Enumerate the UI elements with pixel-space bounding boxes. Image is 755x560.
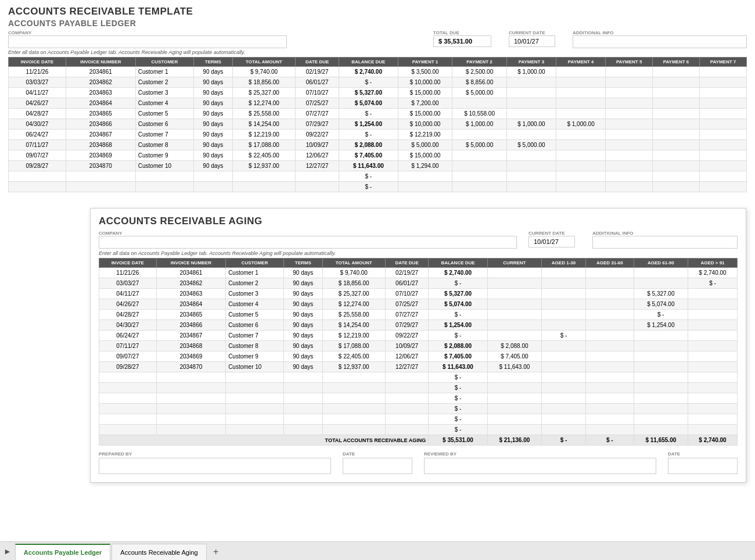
ap-cell — [606, 182, 653, 192]
ap-cell — [606, 109, 653, 119]
ap-cell: 90 days — [194, 130, 233, 140]
ar-table-row: 09/07/272034869Customer 990 days$ 22,405… — [99, 351, 738, 362]
ap-cell: $ 1,000.00 — [556, 119, 606, 130]
ap-cell — [700, 140, 747, 150]
ar-cell: 90 days — [284, 351, 322, 362]
ap-cell: $ 9,740.00 — [232, 67, 296, 77]
ar-cell — [156, 404, 226, 414]
ar-table-row: 04/11/272034863Customer 390 days$ 25,327… — [99, 289, 738, 299]
ar-cell: 90 days — [284, 299, 322, 310]
ap-cell: 90 days — [194, 98, 233, 109]
ar-cell — [322, 383, 385, 393]
ar-cell: 07/11/27 — [99, 341, 157, 351]
ap-cell: $ 3,500.00 — [398, 67, 452, 77]
ar-total-cell: $ 2,740.00 — [688, 435, 738, 446]
ap-cell — [700, 98, 747, 109]
ap-cell — [452, 130, 507, 140]
date-input-reviewed[interactable] — [668, 458, 738, 474]
ap-cell: $ 10,558.00 — [452, 109, 507, 119]
reviewed-by-input[interactable] — [424, 458, 656, 474]
ap-cell — [556, 109, 606, 119]
ar-cell — [634, 393, 688, 404]
current-date-label: CURRENT DATE — [509, 30, 555, 35]
ar-cell: 2034868 — [156, 341, 226, 351]
ar-cell: 2034865 — [156, 310, 226, 320]
ap-cell: $ 5,000.00 — [452, 88, 507, 98]
ap-cell: 2034870 — [66, 161, 135, 171]
ar-col-customer: CUSTOMER — [226, 259, 284, 268]
ap-cell: $ 11,643.00 — [339, 161, 398, 171]
ap-cell: 03/03/27 — [9, 77, 66, 88]
main-content: ACCOUNTS RECEIVABLE TEMPLATE ACCOUNTS PA… — [0, 0, 755, 541]
ap-cell — [606, 171, 653, 182]
ar-cell: 07/10/27 — [385, 289, 428, 299]
ar-cell: Customer 7 — [226, 331, 284, 341]
ar-cell: $ 2,740.00 — [429, 268, 487, 278]
ar-cell: $ - — [429, 278, 487, 289]
ar-cell — [156, 414, 226, 425]
ar-cell — [542, 414, 586, 425]
tab-accounts-receivable-aging[interactable]: Accounts Receivable Aging — [112, 544, 206, 560]
ap-cell: $ 1,000.00 — [452, 119, 507, 130]
ar-table-row: $ - — [99, 372, 738, 383]
ar-cell: 2034862 — [156, 278, 226, 289]
ap-cell: 90 days — [194, 119, 233, 130]
ap-cell: $ 12,219.00 — [232, 130, 296, 140]
ar-cell: $ 14,254.00 — [322, 320, 385, 331]
ar-cell: $ - — [429, 425, 487, 435]
ap-cell — [606, 130, 653, 140]
ap-cell — [506, 182, 556, 192]
ap-cell: 07/27/27 — [296, 109, 339, 119]
ar-cell: Customer 3 — [226, 289, 284, 299]
ar-cell — [487, 404, 541, 414]
ap-cell — [452, 182, 507, 192]
ar-cell — [586, 404, 634, 414]
ap-cell — [452, 150, 507, 161]
ap-cell — [452, 171, 507, 182]
ap-cell — [398, 171, 452, 182]
ap-cell: $ 1,000.00 — [506, 67, 556, 77]
ap-cell — [556, 171, 606, 182]
ar-additional-info-value — [592, 236, 738, 249]
ap-cell: $ - — [339, 171, 398, 182]
ar-cell — [542, 393, 586, 404]
ap-cell: 06/01/27 — [296, 77, 339, 88]
ar-company-label: COMPANY — [99, 231, 517, 236]
date-input-prepared[interactable] — [343, 458, 412, 474]
ar-cell: $ 12,274.00 — [322, 299, 385, 310]
ar-cell — [226, 425, 284, 435]
ap-table-row: 03/03/272034862Customer 290 days$ 18,856… — [9, 77, 747, 88]
ap-cell: 04/28/27 — [9, 109, 66, 119]
ar-cell: $ - — [429, 414, 487, 425]
ap-cell — [9, 182, 66, 192]
ap-cell — [135, 171, 193, 182]
ar-cell: 07/25/27 — [385, 299, 428, 310]
ar-cell — [226, 404, 284, 414]
ar-cell — [542, 362, 586, 372]
ar-cell — [487, 289, 541, 299]
ar-cell: Customer 8 — [226, 341, 284, 351]
ar-cell — [226, 414, 284, 425]
ap-cell: 07/25/27 — [296, 98, 339, 109]
ar-cell: 90 days — [284, 278, 322, 289]
ar-cell: 90 days — [284, 320, 322, 331]
ar-cell — [322, 414, 385, 425]
ap-col-invoice-date: INVOICE DATE — [9, 58, 66, 67]
ar-cell — [322, 393, 385, 404]
ar-company-input[interactable] — [99, 236, 517, 249]
ap-cell: 04/30/27 — [9, 119, 66, 130]
ar-cell: 06/24/27 — [99, 331, 157, 341]
ap-cell: $ - — [339, 77, 398, 88]
tab-add-button[interactable]: + — [208, 544, 224, 560]
tab-accounts-payable-ledger[interactable]: Accounts Payable Ledger — [15, 544, 111, 560]
company-input[interactable] — [8, 35, 287, 48]
ar-cell — [542, 404, 586, 414]
ar-cell — [284, 393, 322, 404]
tab-arrow-left[interactable]: ► — [0, 547, 15, 556]
ar-cell — [542, 383, 586, 393]
ar-cell — [586, 362, 634, 372]
ap-cell — [653, 171, 700, 182]
prepared-by-input[interactable] — [99, 458, 331, 474]
ap-cell: 06/24/27 — [9, 130, 66, 140]
ar-col-total-amount: TOTAL AMOUNT — [322, 259, 385, 268]
